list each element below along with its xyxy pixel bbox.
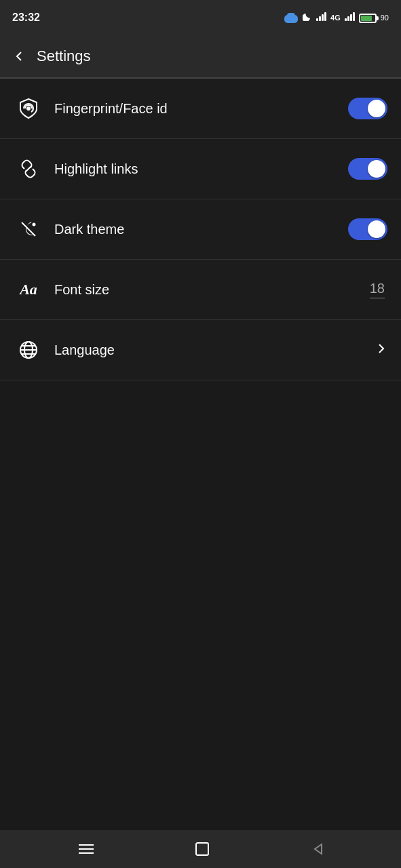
fingerprint-toggle[interactable] bbox=[348, 98, 387, 119]
cloud-notification-icon bbox=[284, 12, 299, 23]
svg-rect-1 bbox=[287, 13, 295, 18]
dark-theme-toggle[interactable] bbox=[348, 218, 387, 240]
signal-icon bbox=[316, 12, 326, 24]
highlight-links-label: Highlight links bbox=[54, 161, 348, 177]
home-button[interactable] bbox=[195, 842, 210, 856]
status-time: 23:32 bbox=[12, 12, 40, 24]
language-setting-row[interactable]: Language bbox=[0, 320, 401, 380]
font-size-icon: Aa bbox=[14, 275, 43, 304]
back-button[interactable] bbox=[11, 48, 27, 64]
network-type-icon: 4G bbox=[330, 14, 341, 22]
fingerprint-setting-row: Fingerprint/Face id bbox=[0, 79, 401, 139]
highlight-links-setting-row: Highlight links bbox=[0, 139, 401, 199]
battery-icon bbox=[359, 12, 377, 24]
menu-button[interactable] bbox=[77, 842, 95, 856]
fingerprint-icon bbox=[14, 94, 43, 123]
chevron-right-icon bbox=[375, 341, 387, 359]
svg-point-4 bbox=[33, 224, 35, 226]
language-label: Language bbox=[54, 342, 375, 358]
status-icons: 4G 90 bbox=[284, 12, 389, 24]
status-bar: 23:32 4G bbox=[0, 0, 401, 35]
font-size-label: Font size bbox=[54, 282, 370, 298]
fingerprint-label: Fingerprint/Face id bbox=[54, 101, 348, 117]
language-icon bbox=[14, 335, 43, 365]
moon-icon bbox=[303, 12, 312, 24]
network-signal-icon bbox=[345, 12, 355, 24]
dark-theme-setting-row: Dark theme bbox=[0, 199, 401, 260]
dark-theme-icon bbox=[14, 214, 43, 244]
font-size-setting-row: Aa Font size 18 bbox=[0, 260, 401, 320]
bottom-nav bbox=[0, 830, 401, 868]
svg-marker-15 bbox=[315, 844, 322, 854]
svg-line-3 bbox=[26, 166, 31, 172]
svg-point-2 bbox=[27, 107, 30, 110]
page-title: Settings bbox=[37, 47, 91, 65]
highlight-links-toggle[interactable] bbox=[348, 158, 387, 180]
back-nav-button[interactable] bbox=[309, 842, 324, 856]
battery-percent: 90 bbox=[381, 14, 389, 22]
settings-list: Fingerprint/Face id Highlight links bbox=[0, 79, 401, 380]
app-bar: Settings bbox=[0, 35, 401, 77]
link-icon bbox=[14, 154, 43, 184]
dark-theme-label: Dark theme bbox=[54, 222, 348, 237]
svg-rect-14 bbox=[196, 843, 208, 855]
font-size-value[interactable]: 18 bbox=[370, 281, 385, 298]
